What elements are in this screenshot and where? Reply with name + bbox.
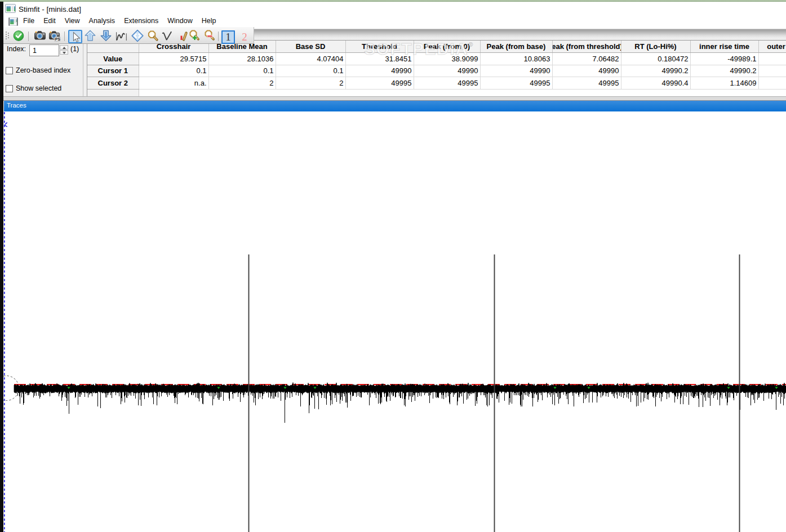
traces-pane-titlebar[interactable]: Traces xyxy=(4,101,786,111)
channel-2-button[interactable]: 2 xyxy=(241,31,248,43)
menu-bar: FileEditViewAnalysisExtensionsWindowHelp xyxy=(3,16,786,27)
value-cell[interactable]: 4.07404 xyxy=(276,53,345,65)
menu-help[interactable]: Help xyxy=(202,17,216,25)
column-header[interactable]: RT (Lo-Hi%) xyxy=(621,41,690,53)
column-header[interactable]: Peak (from threshold) xyxy=(552,41,621,53)
spin-down-icon xyxy=(63,52,66,54)
value-cell[interactable]: 2 xyxy=(276,77,345,90)
value-cell[interactable]: 49990 xyxy=(480,65,552,77)
zero-based-index-row: Zero-based index xyxy=(6,66,70,74)
snapshot-icon[interactable] xyxy=(34,29,46,42)
value-cell[interactable]: 49995 xyxy=(480,77,552,90)
menu-edit[interactable]: Edit xyxy=(43,17,56,25)
pane-divider xyxy=(3,96,786,101)
app-window: Stimfit - [minis.dat] FileEditViewAnalys… xyxy=(0,0,786,532)
value-cell[interactable]: 49990.4 xyxy=(621,77,690,90)
value-cell[interactable]: 10.8063 xyxy=(480,53,552,65)
menu-window[interactable]: Window xyxy=(167,17,192,25)
empty-cell xyxy=(345,89,414,96)
value-cell[interactable]: 29.5715 xyxy=(139,53,208,65)
zoom-in-icon[interactable] xyxy=(188,29,200,42)
row-label[interactable]: Cursor 2 xyxy=(87,77,139,90)
value-cell[interactable]: 0.180472 xyxy=(621,53,690,65)
menu-file[interactable]: File xyxy=(23,17,34,25)
row-label[interactable]: Value xyxy=(87,53,139,65)
value-cell[interactable]: 49990 xyxy=(414,65,480,77)
toolbar-separator xyxy=(28,32,29,41)
value-cell[interactable] xyxy=(758,65,786,77)
column-header[interactable]: inner rise time xyxy=(690,41,758,53)
value-cell[interactable]: 0.1 xyxy=(208,65,276,77)
snapshot-ps-icon[interactable]: PS xyxy=(48,29,61,42)
decay-v-icon[interactable] xyxy=(161,29,174,42)
value-cell[interactable]: 49990.2 xyxy=(621,65,690,77)
table-row-partial xyxy=(87,89,786,96)
value-cell[interactable]: -49989.1 xyxy=(690,53,758,65)
value-cell[interactable]: n.a. xyxy=(139,77,208,90)
value-cell[interactable]: 49990 xyxy=(552,65,621,77)
empty-cell xyxy=(208,89,276,96)
empty-cell xyxy=(552,89,621,96)
index-spinner[interactable] xyxy=(60,45,68,55)
value-cell[interactable]: 49995 xyxy=(414,77,480,90)
table-row: Cursor 10.10.10.149990499904999049990499… xyxy=(87,65,786,77)
value-cell[interactable]: 49995 xyxy=(552,77,621,90)
menu-analysis[interactable]: Analysis xyxy=(89,17,116,25)
signal-trace-events xyxy=(17,390,784,423)
value-cell[interactable]: 0.1 xyxy=(276,65,345,77)
value-cell[interactable] xyxy=(758,53,786,65)
toolbar-grip[interactable] xyxy=(5,32,10,41)
value-cell[interactable] xyxy=(758,77,786,90)
zero-based-index-label: Zero-based index xyxy=(16,66,70,74)
main-toolbar: PS 12 xyxy=(3,27,254,44)
menu-items: FileEditViewAnalysisExtensionsWindowHelp xyxy=(23,17,216,25)
spin-up-icon xyxy=(63,47,66,49)
index-input[interactable] xyxy=(29,44,59,56)
value-cell[interactable]: 0.1 xyxy=(139,65,208,77)
menu-view[interactable]: View xyxy=(65,17,80,25)
traces-pane-title: Traces xyxy=(7,102,26,109)
value-cell[interactable]: 1.14609 xyxy=(690,77,758,90)
measure-trace-icon[interactable] xyxy=(115,29,127,42)
finish-ok-icon[interactable] xyxy=(12,29,25,42)
row-label[interactable]: Cursor 1 xyxy=(87,65,139,77)
empty-cell xyxy=(758,89,786,96)
value-cell[interactable]: 28.1036 xyxy=(208,53,276,65)
spin-down-button[interactable] xyxy=(60,50,68,55)
fit-to-window-icon[interactable] xyxy=(131,29,144,42)
zoom-out-icon[interactable] xyxy=(203,29,215,42)
show-selected-checkbox[interactable] xyxy=(6,85,13,92)
svg-text:PS: PS xyxy=(55,37,61,41)
value-cell[interactable]: 2 xyxy=(208,77,276,90)
trace-plot-canvas xyxy=(3,111,786,532)
pane-top-gradient xyxy=(254,27,786,41)
empty-cell xyxy=(690,89,758,96)
empty-cell xyxy=(480,89,552,96)
value-cell[interactable]: 7.06482 xyxy=(552,53,621,65)
next-trace-icon[interactable] xyxy=(100,29,112,42)
value-cell[interactable]: 49990 xyxy=(345,65,414,77)
spin-up-button[interactable] xyxy=(60,45,68,50)
pointer-icon xyxy=(69,31,81,42)
zero-based-index-checkbox[interactable] xyxy=(6,67,13,74)
menu-extensions[interactable]: Extensions xyxy=(124,17,158,25)
previous-trace-icon[interactable] xyxy=(84,29,96,42)
empty-cell xyxy=(414,89,480,96)
pointer-tool-button-selected[interactable] xyxy=(68,30,82,43)
app-icon xyxy=(5,4,16,13)
row-label-empty xyxy=(87,89,139,96)
column-header[interactable]: outer rise time xyxy=(758,41,786,53)
show-selected-row: Show selected xyxy=(6,84,61,92)
empty-cell xyxy=(139,89,208,96)
channel-1-button-selected[interactable]: 1 xyxy=(221,30,235,44)
title-bar[interactable]: Stimfit - [minis.dat] xyxy=(3,2,786,16)
trace-plot[interactable] xyxy=(3,111,786,532)
column-header[interactable]: Base SD xyxy=(276,41,345,53)
index-label: Index: xyxy=(7,45,26,53)
show-selected-label: Show selected xyxy=(16,84,61,92)
zoom-icon[interactable] xyxy=(146,29,158,42)
value-cell[interactable]: 49995 xyxy=(345,77,414,90)
document-icon[interactable] xyxy=(8,17,18,26)
value-cell[interactable]: 49990.2 xyxy=(690,65,758,77)
column-header[interactable]: Peak (from base) xyxy=(480,41,552,53)
